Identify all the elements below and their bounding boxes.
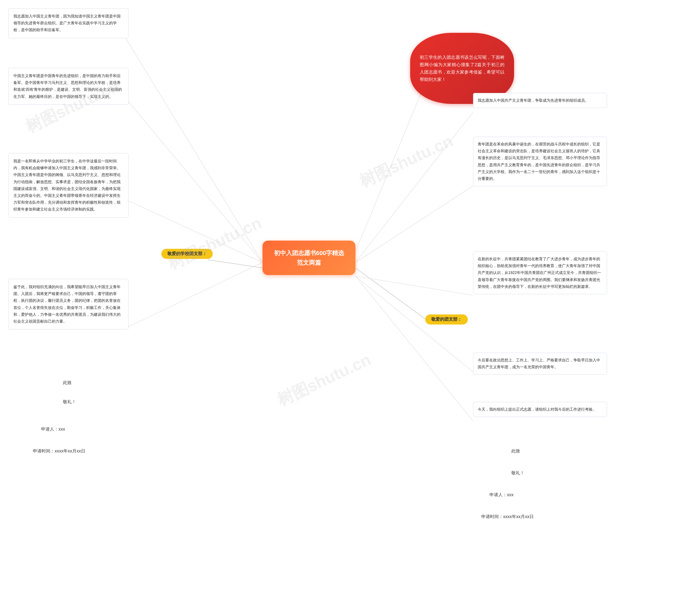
svg-line-0 (208, 260, 263, 268)
svg-line-8 (355, 186, 473, 263)
watermark-4: 树图shutu.cn (273, 349, 375, 412)
right-applicant: 申请人：xxx (490, 492, 513, 498)
watermark-2: 树图shutu.cn (164, 212, 265, 275)
right-date: 申请时间：xxxx年xx月xx日 (481, 514, 534, 520)
central-node: 初中入团志愿书600字精选范文两篇 (263, 241, 355, 275)
svg-line-2 (126, 98, 263, 263)
left-box-1: 我志愿加入中国主义青年团，因为我知道中国主义青年团是中国领导的先进青年群众组织。… (8, 8, 128, 38)
svg-line-7 (355, 112, 473, 263)
left-box-2: 中国主义青年团是中国青年的先进组织，是中国的有力助手和后备军。是中国青年学习马列… (8, 68, 128, 105)
left-box-4-text: 鉴于此，我对组织充满的向往，我希望能早日加入中国主义青年团。入团后，我将更严格要… (13, 285, 121, 323)
right-box-4: 今后要在政治思想上、工作上、学习上、严格要求自己，争取早日加入中国共产主义青年团… (473, 353, 607, 374)
left-date: 申请时间：xxxx年xx月xx日 (33, 448, 85, 454)
right-box-4-text: 今后要在政治思想上、工作上、学习上、严格要求自己，争取早日加入中国共产主义青年团… (478, 358, 600, 369)
svg-line-4 (126, 263, 263, 328)
central-node-text: 初中入团志愿书600字精选范文两篇 (274, 250, 344, 266)
left-label-text: 敬爱的学校团支部： (167, 251, 207, 256)
title-bubble-text: 初三学生的入团志愿书该怎么写呢，下面树图网小编为大家精心搜集了2篇关于初三的入团… (420, 53, 505, 83)
left-zhici: 此致 (63, 380, 72, 386)
svg-line-6 (355, 268, 427, 320)
left-box-2-text: 中国主义青年团是中国青年的先进组织，是中国的有力助手和后备军。是中国青年学习马列… (13, 74, 122, 99)
right-box-3: 在新的长征中，共青团紧紧团结在教育了广大进步青年，成为进步青年的组织核心，协助党… (473, 251, 607, 294)
left-box-3: 我是一名即将从中学毕业的初三学生，在中学这最后一段时间内，我有机会能够申请加入中… (8, 153, 128, 218)
right-box-2: 青年团是在革命的风暴中诞生的，在艰苦的战斗历程中成长的组织，它是社会主义革命和建… (473, 137, 607, 186)
svg-line-9 (355, 276, 473, 295)
svg-line-11 (355, 276, 473, 421)
svg-line-5 (355, 93, 421, 251)
left-label-tag: 敬爱的学校团支部： (161, 249, 213, 259)
right-zhici: 此致 (511, 448, 520, 454)
left-box-3-text: 我是一名即将从中学毕业的初三学生，在中学这最后一段时间内，我有机会能够申请加入中… (13, 159, 121, 211)
right-box-3-text: 在新的长征中，共青团紧紧团结在教育了广大进步青年，成为进步青年的组织核心，协助党… (478, 257, 601, 289)
right-jingli: 敬礼！ (511, 470, 524, 476)
right-box-1-text: 我志愿加入中国共产主义青年团，争取成为先进青年的组织成员。 (478, 98, 589, 103)
right-label-text: 敬爱的团支部： (431, 317, 462, 321)
left-applicant: 申请人：xxx (41, 427, 65, 432)
left-box-1-text: 我志愿加入中国主义青年团，因为我知道中国主义青年团是中国领导的先进青年群众组织。… (13, 14, 121, 32)
left-jingli: 敬礼！ (63, 399, 76, 405)
right-box-2-text: 青年团是在革命的风暴中诞生的，在艰苦的战斗历程中成长的组织，它是社会主义革命和建… (478, 142, 600, 181)
right-label-tag: 敬爱的团支部： (425, 314, 468, 324)
right-box-5: 今天，我向组织上提出正式志愿，请组织上对我今后的工作进行考验。 (473, 402, 607, 417)
right-box-1: 我志愿加入中国共产主义青年团，争取成为先进青年的组织成员。 (473, 93, 607, 108)
watermark-3: 树图shutu.cn (355, 130, 457, 193)
right-box-5-text: 今天，我向组织上提出正式志愿，请组织上对我今后的工作进行考验。 (478, 407, 596, 411)
mind-map-canvas: 初中入团志愿书600字精选范文两篇 初三学生的入团志愿书该怎么写呢，下面树图网小… (0, 0, 700, 593)
left-box-4: 鉴于此，我对组织充满的向往，我希望能早日加入中国主义青年团。入团后，我将更严格要… (8, 279, 128, 329)
svg-line-1 (126, 38, 263, 263)
